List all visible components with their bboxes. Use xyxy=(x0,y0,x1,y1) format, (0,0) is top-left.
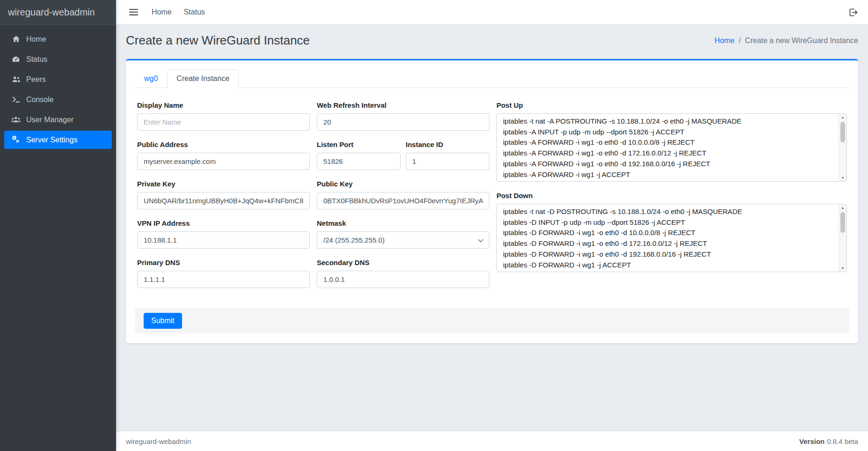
display-name-group: Display Name xyxy=(137,101,310,131)
peers-icon xyxy=(10,75,22,84)
public-address-label: Public Address xyxy=(137,140,310,148)
instance-form: Display Name Public Address Private Key xyxy=(135,88,849,298)
tab-create-instance[interactable]: Create Instance xyxy=(167,69,239,88)
primary-dns-input[interactable] xyxy=(137,271,310,288)
sidebar-item-home[interactable]: Home xyxy=(4,30,112,48)
listen-port-label: Listen Port xyxy=(317,140,401,148)
instance-card-body: wg0 Create Instance Display Name xyxy=(126,60,858,343)
sidebar-item-user-manager[interactable]: User Manager xyxy=(4,111,112,129)
footer-brand: wireguard-webadmin xyxy=(126,437,191,445)
post-up-textarea[interactable]: iptables -t nat -A POSTROUTING -s 10.188… xyxy=(496,113,847,182)
secondary-dns-label: Secondary DNS xyxy=(317,259,489,266)
display-name-input[interactable] xyxy=(137,113,310,131)
breadcrumb-home-link[interactable]: Home xyxy=(715,37,735,45)
navbar-link-status[interactable]: Status xyxy=(178,4,211,20)
vpn-ip-group: VPN IP Address xyxy=(137,219,310,249)
web-refresh-group: Web Refresh Interval xyxy=(317,101,489,131)
sidebar-item-label: Home xyxy=(26,35,46,44)
instance-id-group: Instance ID xyxy=(406,140,489,170)
navbar-link-home[interactable]: Home xyxy=(146,4,178,20)
post-down-scrollbar[interactable]: ▲ ▼ xyxy=(839,204,846,272)
page-footer: wireguard-webadmin Version0.8.4 beta xyxy=(116,431,868,451)
vpn-ip-label: VPN IP Address xyxy=(137,219,310,227)
content-header: Create a new WireGuard Instance Home / C… xyxy=(116,25,868,59)
sidebar-toggle-button[interactable] xyxy=(125,6,142,19)
secondary-dns-group: Secondary DNS xyxy=(317,259,489,288)
tab-wg0[interactable]: wg0 xyxy=(135,69,167,88)
scrollbar-track[interactable] xyxy=(839,121,846,174)
form-column-left: Display Name Public Address Private Key xyxy=(137,101,310,298)
netmask-group: Netmask /24 (255.255.255.0) xyxy=(317,219,489,249)
form-column-middle: Web Refresh Interval Listen Port xyxy=(317,101,489,298)
form-column-right: Post Up iptables -t nat -A POSTROUTING -… xyxy=(496,101,847,298)
scroll-down-arrow-icon[interactable]: ▼ xyxy=(839,174,846,181)
web-refresh-input[interactable] xyxy=(317,113,489,131)
netmask-select-wrap: /24 (255.255.255.0) xyxy=(317,231,489,249)
post-up-group: Post Up iptables -t nat -A POSTROUTING -… xyxy=(496,101,847,182)
sidebar-item-status[interactable]: Status xyxy=(4,50,112,68)
scrollbar-thumb[interactable] xyxy=(840,212,845,233)
sidebar-item-label: Status xyxy=(26,55,47,64)
primary-dns-group: Primary DNS xyxy=(137,259,310,288)
listen-port-input[interactable] xyxy=(317,153,401,170)
sidebar-item-label: Console xyxy=(26,96,54,104)
vpn-ip-input[interactable] xyxy=(137,231,310,249)
scroll-down-arrow-icon[interactable]: ▼ xyxy=(839,265,846,272)
users-icon xyxy=(10,115,22,124)
sidebar-item-label: User Manager xyxy=(26,116,73,124)
scrollbar-track[interactable] xyxy=(839,211,846,265)
sidebar-item-server-settings[interactable]: Server Settings xyxy=(4,131,112,149)
sign-out-icon xyxy=(848,8,858,17)
instance-card: wg0 Create Instance Display Name xyxy=(126,59,858,343)
instance-id-label: Instance ID xyxy=(406,140,489,148)
scroll-up-arrow-icon[interactable]: ▲ xyxy=(839,114,846,121)
post-down-label: Post Down xyxy=(496,192,847,200)
instance-tabs: wg0 Create Instance xyxy=(135,69,849,88)
sidebar-item-label: Peers xyxy=(26,75,46,84)
sidebar-item-console[interactable]: Console xyxy=(4,90,112,109)
public-address-input[interactable] xyxy=(137,153,310,170)
breadcrumb: Home / Create a new WireGuard Instance xyxy=(715,37,858,45)
main-area: Home Status Create a new WireGuard Insta… xyxy=(116,0,868,451)
sidebar-item-label: Server Settings xyxy=(26,136,77,144)
home-icon xyxy=(10,35,22,44)
footer-version-value: 0.8.4 beta xyxy=(827,437,858,445)
scroll-up-arrow-icon[interactable]: ▲ xyxy=(839,204,846,211)
footer-version-label: Version xyxy=(799,437,824,445)
top-navbar: Home Status xyxy=(116,0,868,25)
private-key-input[interactable] xyxy=(137,192,310,209)
brand-link[interactable]: wireguard-webadmin xyxy=(0,0,116,25)
display-name-label: Display Name xyxy=(137,101,310,109)
post-up-label: Post Up xyxy=(496,101,847,109)
private-key-label: Private Key xyxy=(137,180,310,188)
form-grid: Display Name Public Address Private Key xyxy=(137,101,847,298)
breadcrumb-separator: / xyxy=(739,37,741,45)
app-root: wireguard-webadmin Home Status Peers xyxy=(0,0,868,451)
public-address-group: Public Address xyxy=(137,140,310,170)
submit-button[interactable]: Submit xyxy=(144,313,182,329)
logout-button[interactable] xyxy=(847,5,859,20)
public-key-group: Public Key xyxy=(317,180,489,209)
post-up-scrollbar[interactable]: ▲ ▼ xyxy=(839,114,846,181)
port-id-row: Listen Port Instance ID xyxy=(317,140,489,170)
primary-dns-label: Primary DNS xyxy=(137,259,310,266)
netmask-select[interactable]: /24 (255.255.255.0) xyxy=(317,231,489,249)
post-down-textarea[interactable]: iptables -t nat -D POSTROUTING -s 10.188… xyxy=(496,204,847,272)
terminal-icon xyxy=(10,95,22,104)
breadcrumb-current: Create a new WireGuard Instance xyxy=(745,37,858,45)
secondary-dns-input[interactable] xyxy=(317,271,489,288)
sidebar: wireguard-webadmin Home Status Peers xyxy=(0,0,116,451)
instance-id-input[interactable] xyxy=(406,153,489,170)
post-down-group: Post Down iptables -t nat -D POSTROUTING… xyxy=(496,192,847,272)
hamburger-icon xyxy=(129,8,138,16)
sidebar-item-peers[interactable]: Peers xyxy=(4,70,112,89)
footer-version: Version0.8.4 beta xyxy=(799,437,858,445)
sidebar-nav: Home Status Peers Console xyxy=(0,25,116,154)
public-key-input[interactable] xyxy=(317,192,489,209)
post-up-text: iptables -t nat -A POSTROUTING -s 10.188… xyxy=(497,114,846,181)
private-key-group: Private Key xyxy=(137,180,310,209)
netmask-label: Netmask xyxy=(317,219,489,227)
scrollbar-thumb[interactable] xyxy=(840,122,845,142)
content-wrapper: Create a new WireGuard Instance Home / C… xyxy=(116,25,868,431)
listen-port-group: Listen Port xyxy=(317,140,401,170)
